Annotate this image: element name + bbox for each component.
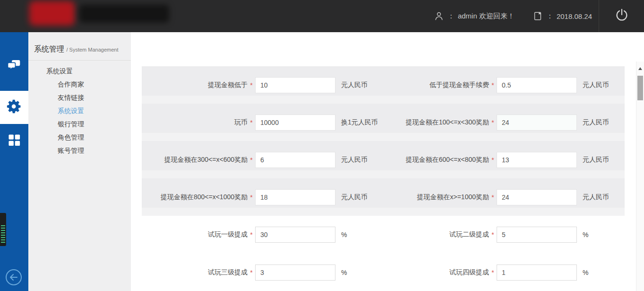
field-label: 玩币 bbox=[142, 118, 248, 127]
reward-600-800-input[interactable] bbox=[497, 152, 577, 168]
person-icon bbox=[434, 10, 444, 22]
field-label: 提现金额在600<=x<800奖励 bbox=[383, 156, 489, 164]
sidebar-item-system-settings-group[interactable]: 系统设置 bbox=[28, 64, 131, 78]
widget-stripes bbox=[1, 225, 5, 243]
calendar-icon bbox=[532, 10, 543, 22]
required-marker: * bbox=[489, 194, 497, 201]
sidebar-item-friend-links[interactable]: 友情链接 bbox=[28, 91, 131, 104]
required-marker: * bbox=[248, 119, 255, 126]
field-suffix: 元人民币 bbox=[583, 156, 609, 164]
required-marker: * bbox=[248, 156, 255, 164]
field-label: 提现金额在300<=x<600奖励 bbox=[142, 156, 248, 164]
form-row: 试玩一级提成 * % 试玩二级提成 * % bbox=[142, 216, 625, 254]
field-label: 低于提现金额手续费 bbox=[383, 81, 489, 89]
page-subtitle: / System Management bbox=[66, 47, 118, 53]
grid-icon bbox=[7, 133, 21, 149]
field-coin-rate: 玩币 * 换1元人民币 bbox=[142, 104, 383, 141]
up-arrow-icon bbox=[638, 67, 642, 70]
trial-level4-input[interactable] bbox=[497, 265, 577, 281]
field-trial-level3: 试玩三级提成 * % bbox=[142, 254, 383, 291]
form-row: 提现金额在800<=x<1000奖励 * 元人民币 提现金额在x>=1000奖励… bbox=[142, 178, 625, 216]
withdraw-fee-input[interactable] bbox=[497, 77, 577, 93]
scrollbar-thumb[interactable] bbox=[637, 76, 643, 100]
required-marker: * bbox=[489, 231, 497, 238]
username-text: admin 欢迎回来！ bbox=[458, 12, 515, 21]
field-label: 提现金额在x>=1000奖励 bbox=[383, 193, 489, 202]
coin-rate-input[interactable] bbox=[255, 115, 335, 131]
reward-300-600-input[interactable] bbox=[255, 152, 335, 168]
field-suffix: % bbox=[341, 269, 347, 276]
form-row: 试玩三级提成 * % 试玩四级提成 * % bbox=[142, 254, 625, 291]
field-suffix: 元人民币 bbox=[341, 156, 368, 164]
rail-item-messages[interactable] bbox=[0, 52, 28, 80]
date-separator: ： bbox=[546, 12, 553, 21]
sidebar-item-account-management[interactable]: 账号管理 bbox=[28, 144, 131, 157]
reward-800-1000-input[interactable] bbox=[255, 189, 335, 205]
user-separator: ： bbox=[447, 12, 455, 21]
gear-icon bbox=[6, 98, 22, 116]
withdraw-min-input[interactable] bbox=[255, 77, 335, 93]
sidebar-item-bank-management[interactable]: 银行管理 bbox=[28, 117, 131, 131]
field-suffix: 元人民币 bbox=[583, 118, 609, 127]
form-row: 玩币 * 换1元人民币 提现金额在100<=x<300奖励 * 元人民币 bbox=[142, 104, 625, 141]
field-trial-level1: 试玩一级提成 * % bbox=[142, 216, 383, 254]
scrollbar[interactable] bbox=[636, 62, 644, 291]
main-content: 提现金额低于 * 元人民币 低于提现金额手续费 * 元人民币 玩币 * 换1元人… bbox=[131, 32, 644, 291]
field-suffix: % bbox=[583, 269, 588, 276]
field-label: 提现金额低于 bbox=[142, 81, 248, 89]
back-button[interactable] bbox=[4, 267, 24, 287]
power-button[interactable] bbox=[599, 0, 644, 32]
settings-panel: 提现金额低于 * 元人民币 低于提现金额手续费 * 元人民币 玩币 * 换1元人… bbox=[142, 66, 625, 216]
icon-rail bbox=[0, 32, 28, 291]
field-label: 试玩四级提成 bbox=[383, 268, 489, 277]
required-marker: * bbox=[248, 194, 255, 201]
trial-level3-input[interactable] bbox=[255, 265, 335, 281]
user-status: ： admin 欢迎回来！ bbox=[434, 10, 515, 22]
field-suffix: 元人民币 bbox=[583, 81, 609, 89]
sidebar: 系统管理 / System Management 系统设置 合作商家 友情链接 … bbox=[28, 32, 131, 291]
minimized-widget[interactable] bbox=[0, 213, 6, 246]
field-label: 试玩三级提成 bbox=[142, 268, 248, 277]
field-reward-1000-plus: 提现金额在x>=1000奖励 * 元人民币 bbox=[383, 178, 625, 216]
topbar-status: ： admin 欢迎回来！ ： 2018.08.24 bbox=[434, 0, 592, 32]
power-icon bbox=[615, 8, 629, 24]
field-reward-600-800: 提现金额在600<=x<800奖励 * 元人民币 bbox=[383, 141, 625, 178]
reward-1000-plus-input[interactable] bbox=[497, 189, 577, 205]
field-withdraw-min: 提现金额低于 * 元人民币 bbox=[142, 66, 383, 104]
field-label: 试玩二级提成 bbox=[383, 230, 489, 239]
sidebar-item-partners[interactable]: 合作商家 bbox=[28, 78, 131, 91]
field-label: 提现金额在100<=x<300奖励 bbox=[383, 118, 489, 127]
reward-100-300-input[interactable] bbox=[497, 115, 577, 131]
form-row: 提现金额在300<=x<600奖励 * 元人民币 提现金额在600<=x<800… bbox=[142, 141, 625, 178]
sidebar-item-role-management[interactable]: 角色管理 bbox=[28, 131, 131, 144]
page-title: 系统管理 bbox=[34, 45, 64, 53]
scroll-up-button[interactable] bbox=[636, 65, 644, 72]
required-marker: * bbox=[248, 269, 255, 276]
back-arrow-icon bbox=[4, 281, 24, 289]
date-status: ： 2018.08.24 bbox=[532, 10, 592, 22]
rail-item-settings[interactable] bbox=[0, 91, 28, 124]
form-row: 提现金额低于 * 元人民币 低于提现金额手续费 * 元人民币 bbox=[142, 66, 625, 104]
field-suffix: % bbox=[341, 231, 347, 238]
rail-item-apps[interactable] bbox=[0, 127, 28, 155]
field-trial-level4: 试玩四级提成 * % bbox=[383, 254, 625, 291]
sidebar-menu: 系统设置 合作商家 友情链接 系统设置 银行管理 角色管理 账号管理 bbox=[28, 61, 131, 157]
field-withdraw-fee: 低于提现金额手续费 * 元人民币 bbox=[383, 66, 625, 104]
top-bar: ： admin 欢迎回来！ ： 2018.08.24 bbox=[0, 0, 644, 32]
field-suffix: 元人民币 bbox=[583, 193, 609, 202]
sidebar-header: 系统管理 / System Management bbox=[28, 32, 131, 61]
required-marker: * bbox=[248, 81, 255, 89]
trial-level2-input[interactable] bbox=[497, 227, 577, 243]
field-trial-level2: 试玩二级提成 * % bbox=[383, 216, 625, 254]
required-marker: * bbox=[489, 156, 497, 164]
trial-level1-input[interactable] bbox=[255, 227, 335, 243]
chat-bubbles-icon bbox=[7, 58, 22, 75]
field-suffix: 换1元人民币 bbox=[341, 118, 378, 127]
field-label: 提现金额在800<=x<1000奖励 bbox=[142, 193, 248, 202]
required-marker: * bbox=[248, 231, 255, 238]
field-label: 试玩一级提成 bbox=[142, 230, 248, 239]
sidebar-item-system-settings[interactable]: 系统设置 bbox=[28, 104, 131, 117]
field-suffix: 元人民币 bbox=[341, 81, 368, 89]
field-reward-100-300: 提现金额在100<=x<300奖励 * 元人民币 bbox=[383, 104, 625, 141]
field-suffix: % bbox=[583, 231, 588, 238]
